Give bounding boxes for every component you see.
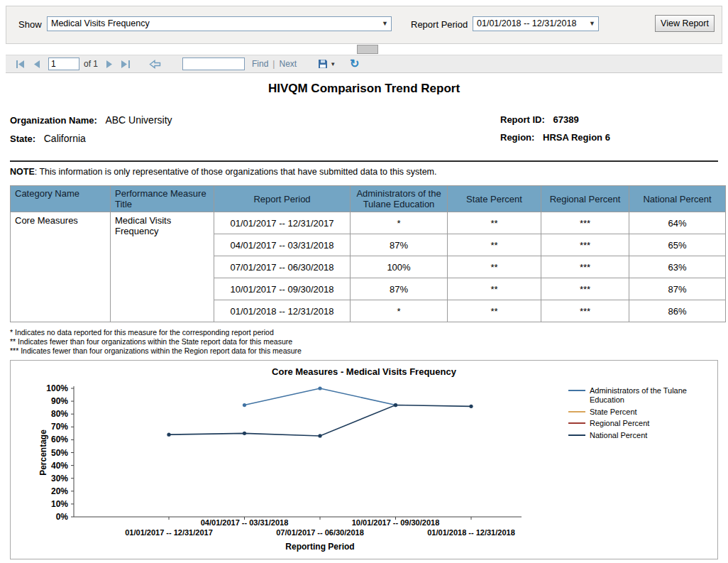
legend-label: Administrators of the Tulane Education (590, 386, 719, 404)
national-cell: 86% (629, 300, 726, 322)
report-id-label: Report ID: (500, 114, 545, 125)
report-id-value: 67389 (553, 114, 578, 125)
svg-text:Reporting Period: Reporting Period (285, 542, 354, 552)
find-text-input[interactable] (182, 58, 245, 70)
previous-page-icon[interactable] (33, 60, 40, 68)
find-link[interactable]: Find (252, 59, 268, 69)
legend-marker-line (568, 434, 585, 436)
svg-text:10%: 10% (51, 499, 68, 509)
col-admin-tulane: Administrators of the Tulane Education (351, 186, 448, 212)
regional-cell: *** (541, 300, 629, 322)
svg-text:04/01/2017 -- 03/31/2018: 04/01/2017 -- 03/31/2018 (201, 518, 289, 527)
trend-chart-panel: Core Measures - Medical Visits Frequency… (10, 360, 718, 559)
scrollbar-thumb[interactable] (357, 45, 378, 54)
admin-cell: 87% (351, 234, 448, 256)
table-row: Core Measures Medical Visits Frequency 0… (11, 212, 726, 234)
region-label: Region: (500, 132, 534, 143)
refresh-icon[interactable]: ↻ (350, 58, 359, 70)
report-info-left: Organization Name: ABC University State:… (10, 114, 718, 144)
note-text: NOTE: This information is only represent… (10, 167, 718, 177)
national-cell: 64% (629, 212, 726, 234)
legend-item: Regional Percent (568, 419, 719, 428)
svg-text:80%: 80% (51, 410, 68, 420)
report-period-dropdown-value: 01/01/2018 -- 12/31/2018 (477, 18, 576, 28)
svg-text:30%: 30% (51, 474, 68, 483)
legend-label: State Percent (590, 408, 637, 417)
col-report-period: Report Period (214, 186, 351, 212)
svg-text:01/01/2018 -- 12/31/2018: 01/01/2018 -- 12/31/2018 (427, 528, 515, 537)
state-cell: ** (448, 256, 541, 278)
view-report-button[interactable]: View Report (655, 15, 715, 32)
svg-text:50%: 50% (51, 448, 68, 458)
col-category-name: Category Name (11, 186, 111, 212)
export-caret-icon[interactable]: ▼ (330, 61, 336, 67)
report-title: HIVQM Comparison Trend Report (0, 82, 728, 96)
state-value: California (44, 133, 86, 144)
export-icon[interactable] (318, 59, 328, 69)
svg-text:20%: 20% (51, 486, 68, 496)
admin-cell: 100% (351, 256, 448, 278)
report-info-right: Report ID: 67389 Region: HRSA Region 6 (500, 114, 610, 150)
national-cell: 63% (629, 256, 726, 278)
state-label: State: (10, 133, 35, 144)
back-to-parent-icon[interactable] (149, 60, 161, 69)
col-state-percent: State Percent (448, 186, 541, 212)
trend-line-chart: 0%10%20%30%40%50%60%70%80%90%100%01/01/2… (25, 379, 564, 559)
measure-cell: Medical Visits Frequency (111, 212, 214, 322)
last-page-icon[interactable] (121, 60, 131, 68)
svg-text:Percentage: Percentage (38, 430, 48, 476)
period-cell: 10/01/2017 -- 09/30/2018 (214, 278, 351, 300)
period-cell: 04/01/2017 -- 03/31/2018 (214, 234, 351, 256)
report-period-dropdown[interactable]: 01/01/2018 -- 12/31/2018 ▼ (473, 16, 599, 31)
report-viewer-toolbar: of 1 Find | Next ▼ ↻ (6, 55, 722, 73)
svg-text:07/01/2017 -- 06/30/2018: 07/01/2017 -- 06/30/2018 (276, 528, 364, 537)
footnote: * Indicates no data reported for this me… (10, 328, 718, 337)
footnotes: * Indicates no data reported for this me… (10, 328, 718, 356)
svg-text:0%: 0% (56, 512, 69, 522)
show-label: Show (18, 19, 42, 30)
legend-label: Regional Percent (590, 419, 649, 428)
legend-marker-line (568, 422, 585, 424)
show-dropdown-value: Medical Visits Frequency (51, 18, 150, 28)
admin-cell: * (351, 300, 448, 322)
page-count-label: of 1 (84, 59, 98, 69)
organization-name-value: ABC University (105, 114, 172, 126)
state-cell: ** (448, 278, 541, 300)
national-cell: 87% (629, 278, 726, 300)
comparison-table: Category Name Performance Measure Title … (10, 185, 726, 322)
report-period-label: Report Period (411, 19, 468, 30)
svg-text:10/01/2017 -- 09/30/2018: 10/01/2017 -- 09/30/2018 (352, 518, 440, 527)
legend-label: National Percent (590, 431, 647, 440)
legend-item: Administrators of the Tulane Education (568, 386, 719, 404)
first-page-icon[interactable] (16, 60, 25, 68)
footnote: ** Indicates fewer than four organizatio… (10, 337, 718, 346)
svg-text:100%: 100% (46, 383, 68, 393)
svg-text:90%: 90% (51, 396, 68, 406)
period-cell: 01/01/2017 -- 12/31/2017 (214, 212, 351, 234)
chart-title: Core Measures - Medical Visits Frequency (11, 366, 717, 377)
report-info-section: Organization Name: ABC University State:… (10, 114, 718, 151)
footnote: *** Indicates fewer than four organizati… (10, 346, 718, 356)
regional-cell: *** (541, 212, 629, 234)
chevron-down-icon: ▼ (382, 17, 388, 31)
report-body: HIVQM Comparison Trend Report Organizati… (0, 73, 728, 559)
region-value: HRSA Region 6 (543, 132, 610, 143)
regional-cell: *** (541, 256, 629, 278)
next-link[interactable]: Next (279, 59, 297, 69)
legend-marker-line (568, 411, 585, 412)
state-cell: ** (448, 300, 541, 322)
col-national-percent: National Percent (629, 186, 726, 212)
chevron-down-icon: ▼ (589, 17, 595, 31)
legend-item: State Percent (568, 408, 719, 417)
category-cell: Core Measures (11, 212, 111, 322)
page-number-input[interactable] (48, 58, 79, 70)
next-page-icon[interactable] (106, 60, 113, 68)
admin-cell: * (351, 212, 448, 234)
show-dropdown[interactable]: Medical Visits Frequency ▼ (47, 16, 392, 31)
parameter-bar: Show Medical Visits Frequency ▼ Report P… (6, 6, 722, 44)
state-cell: ** (448, 234, 541, 256)
svg-text:40%: 40% (51, 461, 68, 471)
col-regional-percent: Regional Percent (541, 186, 629, 212)
admin-cell: 87% (351, 278, 448, 300)
find-next-separator: | (272, 59, 275, 69)
